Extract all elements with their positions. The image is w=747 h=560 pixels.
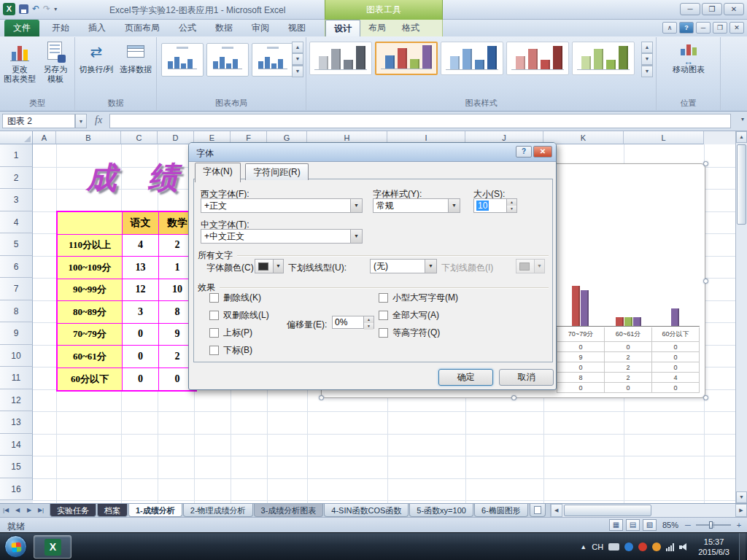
start-button[interactable]: [4, 535, 27, 558]
row-header-1[interactable]: 1: [0, 144, 33, 167]
effect-checkbox-2[interactable]: 全部大写(A): [379, 309, 458, 322]
zoom-slider[interactable]: [696, 524, 731, 526]
scroll-right-icon[interactable]: ▶: [735, 504, 747, 517]
selection-handle[interactable]: [703, 279, 708, 284]
name-box-dropdown-icon[interactable]: ▼: [75, 114, 87, 128]
underline-style-combobox[interactable]: (无)▼: [370, 259, 437, 273]
score-row-label[interactable]: 60分以下: [58, 368, 123, 391]
minimize-ribbon-icon[interactable]: ∧: [662, 22, 677, 34]
sheet-tab-6[interactable]: 4-SIN函数COS函数: [324, 504, 409, 517]
undo-icon[interactable]: ↶: [32, 2, 39, 15]
sheet-tab-7[interactable]: 5-函数xy=100: [409, 504, 473, 517]
score-cell[interactable]: 0: [123, 346, 159, 368]
scroll-down-icon[interactable]: ▼: [292, 53, 303, 65]
effect-checkbox-1[interactable]: 小型大写字母(M): [379, 292, 458, 304]
checkbox-icon[interactable]: [209, 328, 219, 338]
volume-icon[interactable]: [679, 543, 689, 551]
workbook-minimize-button[interactable]: ─: [696, 22, 711, 34]
tab-main-1[interactable]: 开始: [42, 20, 79, 36]
tab-main-5[interactable]: 数据: [206, 20, 242, 36]
score-cell[interactable]: 4: [123, 235, 159, 257]
scroll-up-icon[interactable]: ▲: [641, 42, 653, 53]
sheet-tab-4[interactable]: 2-物理成绩分析: [183, 504, 253, 517]
formula-input[interactable]: [109, 114, 731, 128]
column-header-C[interactable]: C: [121, 131, 158, 144]
effect-checkbox-3[interactable]: 上标(P): [209, 327, 269, 339]
excel-app-icon[interactable]: X: [3, 3, 15, 15]
offset-spinner[interactable]: 0% ▲▼: [332, 316, 374, 329]
dropdown-icon[interactable]: ▼: [350, 199, 362, 212]
workbook-close-button[interactable]: ✕: [729, 22, 744, 34]
spin-down-icon[interactable]: ▼: [507, 206, 516, 212]
cancel-button[interactable]: 取消: [499, 369, 554, 386]
row-header-6[interactable]: 6: [0, 256, 33, 279]
score-row-label[interactable]: 110分以上: [58, 235, 123, 257]
row-header-15[interactable]: 15: [0, 456, 33, 478]
selection-handle[interactable]: [511, 395, 516, 400]
font-color-button[interactable]: ▼: [255, 259, 284, 273]
qat-customize-icon[interactable]: ▾: [54, 6, 57, 12]
wordart-title[interactable]: 成 绩: [86, 158, 190, 198]
clock[interactable]: 15:37 2015/6/3: [694, 537, 734, 557]
insert-function-icon[interactable]: fx: [95, 114, 102, 126]
chart-style-thumb-1[interactable]: [309, 42, 372, 75]
dialog-help-icon[interactable]: ?: [516, 146, 532, 158]
scroll-left-icon[interactable]: ◀: [551, 504, 562, 517]
column-header-D[interactable]: D: [158, 131, 194, 144]
prev-sheet-icon[interactable]: ◀: [12, 504, 23, 517]
effect-checkbox-4[interactable]: 下标(B): [209, 344, 269, 357]
selection-handle[interactable]: [319, 395, 324, 400]
zoom-level[interactable]: 85%: [662, 521, 678, 529]
close-button[interactable]: ✕: [724, 3, 744, 15]
effect-checkbox-1[interactable]: 删除线(K): [209, 292, 269, 304]
dropdown-icon[interactable]: ▼: [273, 260, 283, 273]
save-as-template-button[interactable]: 另存为 模板: [38, 41, 73, 84]
page-layout-view-icon[interactable]: ▤: [626, 519, 640, 531]
score-cell[interactable]: 0: [123, 368, 159, 391]
row-header-2[interactable]: 2: [0, 167, 33, 190]
gallery-more-icon[interactable]: ▼: [292, 65, 303, 77]
chart-style-thumb-3[interactable]: [441, 42, 503, 75]
row-header-8[interactable]: 8: [0, 300, 33, 323]
zoom-slider-thumb[interactable]: [709, 521, 713, 529]
horizontal-scroll-thumb[interactable]: [564, 505, 651, 516]
tab-contextual-2[interactable]: 布局: [360, 20, 394, 36]
sheet-tab-5[interactable]: 3-成绩分析图表: [254, 504, 324, 517]
zoom-in-icon[interactable]: +: [735, 521, 743, 529]
next-sheet-icon[interactable]: ▶: [23, 504, 35, 517]
score-cell[interactable]: 13: [123, 257, 159, 279]
excel-taskbar-button[interactable]: X: [34, 535, 71, 559]
selection-handle[interactable]: [703, 161, 708, 166]
dropdown-icon[interactable]: ▼: [448, 199, 460, 212]
score-cell[interactable]: 3: [123, 301, 159, 324]
first-sheet-icon[interactable]: |◀: [0, 504, 12, 517]
dropdown-icon[interactable]: ▼: [350, 230, 362, 243]
move-chart-button[interactable]: ↔ 移动图表: [668, 41, 709, 74]
row-header-12[interactable]: 12: [0, 389, 33, 412]
score-row-label[interactable]: 80~89分: [58, 301, 123, 324]
chart-style-thumb-2[interactable]: [375, 42, 438, 75]
score-table-corner-cell[interactable]: [58, 212, 123, 235]
tab-main-3[interactable]: 页面布局: [115, 20, 169, 36]
insert-worksheet-tab[interactable]: [530, 504, 546, 517]
gallery-more-icon[interactable]: ▼: [641, 65, 653, 77]
score-row-label[interactable]: 90~99分: [58, 279, 123, 302]
checkbox-icon[interactable]: [379, 311, 388, 320]
row-header-10[interactable]: 10: [0, 345, 33, 368]
checkbox-icon[interactable]: [379, 328, 388, 338]
row-header-11[interactable]: 11: [0, 367, 33, 389]
tab-main-6[interactable]: 审阅: [242, 20, 279, 36]
scroll-up-icon[interactable]: ▲: [292, 42, 303, 53]
row-header-7[interactable]: 7: [0, 278, 33, 300]
chart-style-thumb-4[interactable]: [506, 42, 569, 75]
save-icon[interactable]: [19, 4, 28, 14]
scroll-up-icon[interactable]: ▲: [736, 131, 747, 143]
western-font-combobox[interactable]: +正文▼: [201, 198, 363, 213]
select-all-corner[interactable]: [0, 131, 33, 144]
ok-button[interactable]: 确定: [438, 369, 493, 386]
horizontal-scrollbar[interactable]: ◀ ▶: [550, 504, 747, 517]
scroll-down-icon[interactable]: ▼: [641, 53, 653, 65]
chart-layout-thumb-3[interactable]: [252, 43, 294, 77]
maximize-button[interactable]: ❐: [702, 3, 722, 15]
row-header-14[interactable]: 14: [0, 434, 33, 456]
